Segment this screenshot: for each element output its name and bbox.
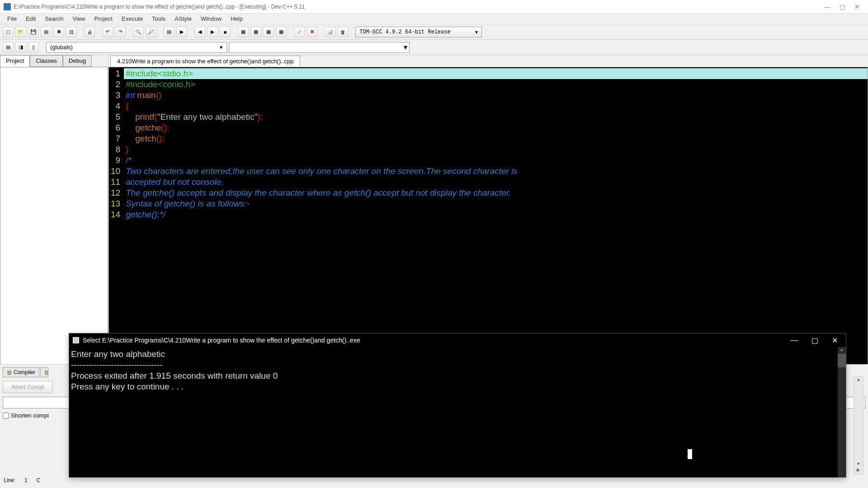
replace-button[interactable]: 🔎 — [146, 27, 156, 38]
toggle-bookmark-button[interactable]: ▯ — [28, 42, 39, 53]
code-line[interactable]: #include<stdio.h> — [124, 68, 868, 79]
menu-astyle[interactable]: AStyle — [170, 14, 196, 23]
line-number: 5 — [111, 112, 120, 122]
new-project-button[interactable]: ▤ — [3, 42, 14, 53]
scroll-up-icon[interactable]: ▲ — [838, 347, 846, 352]
debug-x-button[interactable]: ✖ — [307, 27, 317, 38]
menu-search[interactable]: Search — [40, 14, 68, 23]
line-number: 2 — [111, 79, 120, 90]
menu-tools[interactable]: Tools — [147, 14, 170, 23]
menu-view[interactable]: View — [68, 14, 90, 23]
menu-help[interactable]: Help — [226, 14, 247, 23]
compiler-profile-select[interactable]: TDM-GCC 4.9.2 64-bit Release ▾ — [355, 27, 482, 38]
code-line[interactable]: int main() — [124, 90, 868, 101]
find-button[interactable]: 🔍 — [133, 27, 144, 38]
console-titlebar[interactable]: Select E:\Practice Programs\C\4.210Write… — [69, 333, 846, 347]
redo-button[interactable]: ↷ — [115, 27, 126, 38]
editor-vertical-scrollbar[interactable]: ▲ ▼ — [854, 376, 863, 467]
maximize-button[interactable]: ▢ — [840, 3, 845, 10]
console-line: Press any key to continue . . . — [71, 381, 844, 392]
console-close-button[interactable]: ✕ — [832, 336, 838, 345]
toolbar-main: ▢ 📂 💾 ▤ ✖ ⛝ 🖨 ↶ ↷ 🔍 🔎 ▤ ▶ ◀ ▶ ■ ▦ ▦ ▦ ▦ … — [0, 24, 868, 40]
tab-resources[interactable]: ▦ — [40, 367, 48, 377]
open-file-button[interactable]: 📂 — [15, 27, 26, 38]
console-body[interactable]: Enter any two alphabetic----------------… — [69, 347, 846, 477]
editor-tabs: 4.210Write a program to show the effect … — [108, 55, 868, 67]
console-line: Process exited after 1.915 seconds with … — [71, 371, 844, 381]
console-scrollbar[interactable]: ▲ — [838, 347, 846, 477]
tab-classes[interactable]: Classes — [30, 55, 62, 67]
line-number: 3 — [111, 90, 120, 101]
compile-run-button[interactable]: ▦ — [263, 27, 274, 38]
profile-button[interactable]: 📊 — [325, 27, 335, 38]
tab-project[interactable]: Project — [0, 55, 30, 67]
stop-button[interactable]: ■ — [220, 27, 231, 38]
globals-select[interactable]: (globals) ▾ — [46, 42, 227, 53]
code-line[interactable]: { — [124, 101, 868, 112]
titlebar: E:\Practice Programs\C\4.210Write a prog… — [0, 0, 868, 14]
status-line-value: 1 — [24, 477, 28, 483]
scroll-right-icon[interactable]: ▶ — [854, 465, 863, 474]
close-all-button[interactable]: ⛝ — [66, 27, 77, 38]
tab-debug[interactable]: Debug — [63, 55, 92, 67]
code-line[interactable]: /* — [124, 155, 868, 166]
line-number: 14 — [111, 209, 120, 220]
app-icon — [4, 3, 11, 10]
save-all-button[interactable]: ▤ — [41, 27, 52, 38]
save-button[interactable]: 💾 — [28, 27, 39, 38]
window-title: E:\Practice Programs\C\4.210Write a prog… — [14, 4, 824, 10]
menu-edit[interactable]: Edit — [21, 14, 40, 23]
scroll-up-icon[interactable]: ▲ — [854, 377, 863, 382]
run-button[interactable]: ▦ — [250, 27, 261, 38]
forward-button[interactable]: ▶ — [207, 27, 218, 38]
toolbar-secondary: ▤ ◨ ▯ (globals) ▾ ▾ — [0, 40, 868, 55]
line-number: 4 — [111, 101, 120, 112]
code-line[interactable]: #include<conio.h> — [124, 79, 868, 90]
close-file-button[interactable]: ✖ — [53, 27, 64, 38]
code-line[interactable]: Two characters are entered,the user can … — [124, 166, 868, 177]
insert-button[interactable]: ◨ — [15, 42, 26, 53]
dropdown-icon: ▾ — [475, 29, 478, 35]
line-number: 12 — [111, 188, 120, 198]
code-line[interactable]: getche();*/ — [124, 209, 868, 220]
code-line[interactable]: The getche() accepts and display the cha… — [124, 188, 868, 198]
bookmark-button[interactable]: ▶ — [176, 27, 187, 38]
scrollbar-thumb[interactable] — [838, 354, 846, 367]
code-line[interactable]: Syntax of getche() is as follows:- — [124, 198, 868, 209]
editor-tab-active[interactable]: 4.210Write a program to show the effect … — [110, 56, 300, 66]
back-button[interactable]: ◀ — [194, 27, 205, 38]
menu-execute[interactable]: Execute — [117, 14, 147, 23]
console-maximize-button[interactable]: ▢ — [811, 336, 818, 345]
code-line[interactable]: printf("Enter any two alphabetic"); — [124, 112, 868, 122]
tab-compiler[interactable]: ▦ Compiler — [3, 367, 39, 377]
menubar: File Edit Search View Project Execute To… — [0, 14, 868, 24]
new-file-button[interactable]: ▢ — [3, 27, 14, 38]
menu-file[interactable]: File — [3, 14, 21, 23]
grid-icon: ▦ — [44, 369, 48, 375]
menu-window[interactable]: Window — [196, 14, 226, 23]
delete-profile-button[interactable]: 🗑 — [337, 27, 348, 38]
menu-project[interactable]: Project — [90, 14, 117, 23]
compile-button[interactable]: ▦ — [238, 27, 249, 38]
code-line[interactable]: getch(); — [124, 133, 868, 144]
symbol-select[interactable]: ▾ — [229, 42, 410, 53]
print-button[interactable]: 🖨 — [84, 27, 95, 38]
code-line[interactable]: accepted but not console. — [124, 177, 868, 188]
goto-button[interactable]: ▤ — [164, 27, 175, 38]
undo-button[interactable]: ↶ — [102, 27, 113, 38]
minimize-button[interactable]: — — [824, 3, 830, 10]
close-button[interactable]: ✕ — [854, 3, 860, 10]
shorten-label: Shorten compi — [11, 412, 49, 419]
code-line[interactable]: } — [124, 144, 868, 155]
console-title: Select E:\Practice Programs\C\4.210Write… — [83, 337, 791, 344]
code-line[interactable]: getche(); — [124, 122, 868, 133]
status-line-label: Line: — [4, 477, 15, 483]
abort-compile-button[interactable]: Abort Compi — [3, 381, 52, 393]
console-app-icon — [73, 337, 79, 343]
rebuild-button[interactable]: ▦ — [276, 27, 287, 38]
debug-check-button[interactable]: ✓ — [294, 27, 305, 38]
window-controls: — ▢ ✕ — [824, 3, 860, 10]
shorten-checkbox[interactable] — [3, 413, 9, 419]
console-window: Select E:\Practice Programs\C\4.210Write… — [69, 333, 846, 478]
console-minimize-button[interactable]: — — [791, 336, 798, 345]
